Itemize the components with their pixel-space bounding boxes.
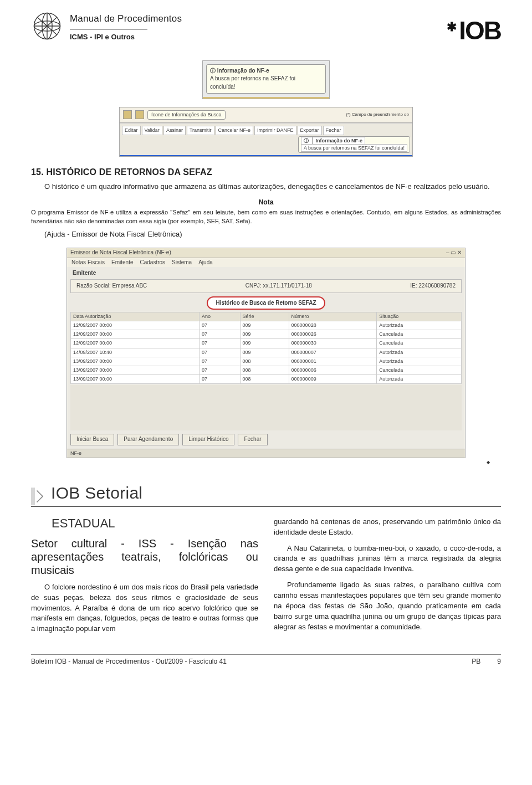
col-ano[interactable]: Ano (200, 312, 240, 321)
col2-p1: guardando há centenas de anos, preservan… (274, 517, 501, 538)
footer-state: PB (472, 657, 480, 666)
btn-iniciar-busca[interactable]: Iniciar Busca (70, 434, 114, 445)
menu-sistema[interactable]: Sistema (172, 259, 192, 267)
table-cell: 12/09/2007 00:00 (71, 339, 200, 348)
setorial-title: IOB Setorial (51, 481, 142, 505)
table-cell: 07 (200, 374, 240, 383)
footer-page: 9 (497, 657, 501, 666)
col-numero[interactable]: Número (289, 312, 377, 321)
btn-assinar[interactable]: Assinar (163, 126, 186, 135)
col-serie[interactable]: Série (240, 312, 289, 321)
table-cell: 009 (240, 348, 289, 357)
history-table: Data Autorização Ano Série Número Situaç… (70, 312, 462, 383)
btn-fechar[interactable]: Fechar (323, 126, 344, 135)
table-cell: 000000009 (289, 374, 377, 383)
table-row[interactable]: 13/09/2007 00:0007008000000001Autorizada (71, 357, 462, 366)
table-cell: 07 (200, 330, 240, 339)
btn-transmitir[interactable]: Transmitir (187, 126, 214, 135)
lang-tag: PT (203, 97, 329, 99)
history-chip: Histórico de Busca de Retorno SEFAZ (207, 296, 325, 310)
table-cell: 13/09/2007 00:00 (71, 374, 200, 383)
emit-value: Razão Social: Empresa ABC (76, 282, 147, 290)
col-data[interactable]: Data Autorização (71, 312, 200, 321)
btn-editar[interactable]: Editar (122, 126, 141, 135)
menu-cadastros[interactable]: Cadastros (140, 259, 165, 267)
col1-p1: O folclore nordestino é um dos mais rico… (31, 582, 258, 634)
table-cell: 13/09/2007 00:00 (71, 357, 200, 366)
table-cell: Cancelada (377, 330, 462, 339)
table-cell: Autorizada (377, 348, 462, 357)
table-cell: 000000026 (289, 330, 377, 339)
screenshot-history-window: Emissor de Nota Fiscal Eletrônica (NF-e)… (66, 248, 466, 458)
table-row[interactable]: 13/09/2007 00:0007008000000006Cancelada (71, 366, 462, 374)
taskbar-item[interactable]: Emissor de Nota Fisca... (151, 155, 212, 157)
balloon-title: Informação do NF-e (313, 137, 365, 145)
section-divider: IOB Setorial (31, 481, 501, 507)
screenshot-toolbar-wide: Ícone de Informações da Busca (*) Campo … (119, 107, 413, 157)
table-cell: 12/09/2007 00:00 (71, 321, 200, 330)
menu-ajuda[interactable]: Ajuda (198, 259, 213, 267)
square-icon (123, 110, 132, 119)
menu-notas[interactable]: Notas Fiscais (71, 259, 105, 267)
btn-validar[interactable]: Validar (142, 126, 162, 135)
screenshot-balloon-small: ⓘ Informação do NF-e A busca por retorno… (202, 60, 330, 99)
brand-logo: ✱ IOB (447, 12, 501, 49)
table-cell: Cancelada (377, 366, 462, 374)
ribbon-label: Ícone de Informações da Busca (147, 110, 226, 120)
col-situacao[interactable]: Situação (377, 312, 462, 321)
table-row[interactable]: 13/09/2007 00:0007008000000009Autorizada (71, 374, 462, 383)
table-row[interactable]: 12/09/2007 00:0007009000000028Autorizada (71, 321, 462, 330)
table-cell: Autorizada (377, 374, 462, 383)
table-cell: Autorizada (377, 321, 462, 330)
note-paragraph: O programa Emissor de NF-e utiliza a exp… (31, 208, 501, 226)
note-heading: Nota (31, 198, 501, 207)
balloon-text: A busca por retornos na SEFAZ foi conclu… (210, 75, 322, 91)
info-icon: ⓘ (301, 137, 313, 145)
menu-bar: Notas Fiscais Emitente Cadastros Sistema… (67, 258, 465, 267)
globe-icon (31, 10, 63, 42)
required-note: (*) Campo de preenchimento ob (346, 111, 409, 118)
table-cell: Cancelada (377, 339, 462, 348)
btn-danfe[interactable]: Imprimir DANFE (254, 126, 296, 135)
cnpj-value: CNPJ: xx.171.171/0171-18 (245, 282, 312, 290)
btn-exportar[interactable]: Exportar (298, 126, 322, 135)
page-footer: Boletim IOB - Manual de Procedimentos - … (31, 654, 501, 666)
doc-title: Manual de Procedimentos (70, 12, 182, 26)
table-cell: 000000030 (289, 339, 377, 348)
table-cell: 009 (240, 339, 289, 348)
btn-limpar[interactable]: Limpar Histórico (182, 434, 234, 445)
table-cell: 07 (200, 366, 240, 374)
table-cell: 009 (240, 321, 289, 330)
table-cell: 008 (240, 357, 289, 366)
square-icon (135, 110, 144, 119)
btn-cancelar[interactable]: Cancelar NF-e (216, 126, 254, 135)
balloon-text: A busca por retornos na SEFAZ foi conclu… (301, 144, 407, 152)
table-cell: 008 (240, 366, 289, 374)
table-cell: 13/09/2007 00:00 (71, 366, 200, 374)
table-cell: 07 (200, 339, 240, 348)
emit-label: Emitente (73, 270, 96, 276)
asterisk-icon: ✱ (447, 18, 456, 36)
menu-emitente[interactable]: Emitente (111, 259, 133, 267)
document-header: Manual de Procedimentos ICMS - IPI e Out… (31, 12, 501, 53)
table-cell: 000000028 (289, 321, 377, 330)
table-cell: Autorizada (377, 357, 462, 366)
ie-value: IE: 224060890782 (410, 282, 456, 290)
screenshot-toolbar: Editar Validar Assinar Transmitir Cancel… (120, 123, 412, 155)
footer-left: Boletim IOB - Manual de Procedimentos - … (31, 657, 227, 666)
table-row[interactable]: 14/09/2007 10:4007009000000007Autorizada (71, 348, 462, 357)
table-row[interactable]: 12/09/2007 00:0007009000000030Cancelada (71, 339, 462, 348)
table-cell: 12/09/2007 00:00 (71, 330, 200, 339)
svg-rect-7 (31, 488, 35, 505)
window-controls[interactable]: – ▭ ✕ (446, 249, 462, 257)
start-button[interactable]: 🪟 Iniciar (123, 155, 146, 157)
help-reference: (Ajuda - Emissor de Nota Fiscal Eletrôni… (31, 229, 501, 240)
kicker-estadual: ESTADUAL (31, 515, 136, 532)
section-heading-15: 15. HISTÓRICO DE RETORNOS DA SEFAZ (31, 166, 501, 178)
table-row[interactable]: 12/09/2007 00:0007009000000026Cancelada (71, 330, 462, 339)
table-cell: 000000006 (289, 366, 377, 374)
btn-fechar[interactable]: Fechar (238, 434, 267, 445)
section15-p1: O histórico é um quadro informativo que … (31, 182, 501, 192)
btn-parar[interactable]: Parar Agendamento (117, 434, 179, 445)
table-cell: 14/09/2007 10:40 (71, 348, 200, 357)
